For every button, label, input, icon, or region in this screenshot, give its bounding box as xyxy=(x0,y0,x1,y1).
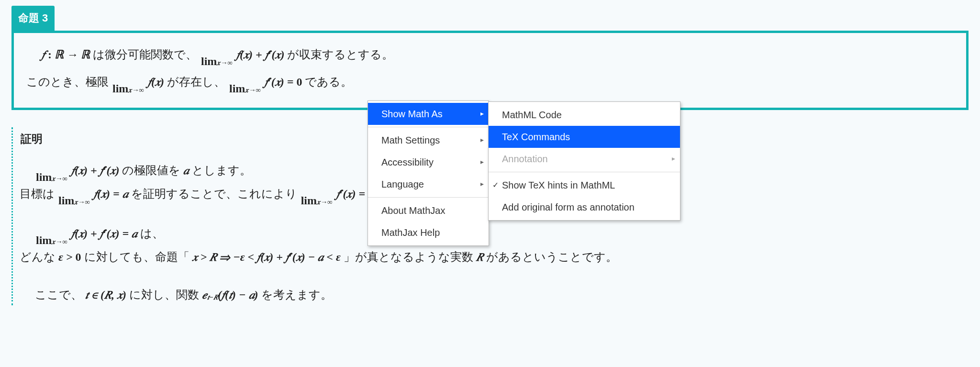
prop-text: このとき、極限 xyxy=(26,76,111,88)
prop-text: が存在し、 xyxy=(167,76,228,88)
menu-item-show-math-as[interactable]: Show Math As xyxy=(368,103,489,125)
menu-item-mathjax-help[interactable]: MathJax Help xyxy=(368,222,489,244)
proof-text: 」が真となるような実数 xyxy=(344,251,476,263)
menu-item-accessibility[interactable]: Accessibility xyxy=(368,151,489,173)
prop-text: である。 xyxy=(305,76,352,88)
proof-text: を考えます。 xyxy=(261,289,332,301)
menu-item-add-original-form[interactable]: Add original form as annotation xyxy=(489,196,680,218)
menu-item-tex-commands[interactable]: TeX Commands xyxy=(489,126,680,148)
menu-item-show-tex-hints[interactable]: ✓ Show TeX hints in MathML xyxy=(489,174,680,196)
proof-text: とします。 xyxy=(192,164,251,177)
menu-item-language[interactable]: Language xyxy=(368,173,489,195)
proposition-box: 𝑓 : ℝ → ℝ は微分可能関数で、 lim𝑥→∞ 𝑓(𝑥) + 𝑓′(𝑥) … xyxy=(11,31,969,110)
proof-text: があるということです。 xyxy=(486,251,617,263)
check-icon: ✓ xyxy=(492,178,499,192)
proof-text: は、 xyxy=(140,227,164,240)
show-math-as-submenu[interactable]: MathML Code TeX Commands Annotation ✓ Sh… xyxy=(488,101,680,221)
proof-text: を証明することで、これにより xyxy=(131,188,300,200)
menu-item-annotation: Annotation xyxy=(489,148,680,170)
proof-text: 目標は xyxy=(20,188,57,200)
menu-item-mathml-code[interactable]: MathML Code xyxy=(489,104,680,126)
proof-text: の極限値を xyxy=(122,164,183,177)
proof-text: に対しても、命題「 xyxy=(84,251,192,263)
proposition-tab: 命題 3 xyxy=(11,6,55,31)
menu-item-about-mathjax[interactable]: About MathJax xyxy=(368,200,489,222)
proof-text: に対し、関数 xyxy=(129,289,202,301)
prop-text: が収束するとする。 xyxy=(287,48,393,61)
proof-text: どんな xyxy=(20,251,58,263)
proof-text: ここで、 xyxy=(35,289,82,301)
mathjax-context-menu[interactable]: Show Math As Math Settings Accessibility… xyxy=(368,100,489,246)
prop-text: は微分可能関数で、 xyxy=(93,48,200,61)
menu-item-math-settings[interactable]: Math Settings xyxy=(368,129,489,151)
